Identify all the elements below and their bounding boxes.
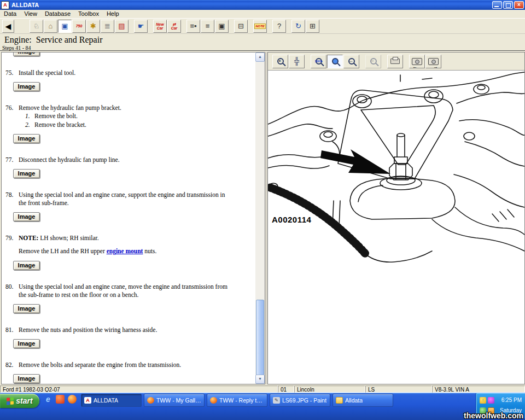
zoom-out-icon: − (365, 55, 381, 68)
print-icon[interactable]: ⊟ (234, 20, 248, 33)
pan-icon[interactable]: ╬ (289, 55, 305, 68)
image-button[interactable]: Image (13, 304, 40, 313)
zoom-width-icon[interactable]: ↔ (343, 55, 359, 68)
zoom-100-icon[interactable]: 100% (311, 55, 326, 68)
image-button[interactable]: Image (13, 212, 40, 221)
print-figure-icon[interactable] (387, 55, 403, 68)
notes-icon[interactable]: ≣ (101, 20, 114, 33)
alldata-app-icon: A (1, 1, 9, 9)
windows-logo-icon (7, 397, 14, 405)
note-label: NOTE: (19, 235, 38, 241)
alldata-window: A ALLDATA × Data View Database Toolbox H… (0, 0, 525, 420)
scroll-thumb[interactable] (256, 300, 264, 375)
substep: 2.Remove the bracket. (25, 121, 233, 129)
image-button[interactable]: Image (13, 82, 40, 91)
note-icon[interactable]: NOTE (253, 20, 267, 33)
step-text: Using the special tool and an engine cra… (19, 283, 233, 299)
figure-view-icon[interactable]: ▣ (215, 20, 229, 33)
parts-icon[interactable]: ▤ (115, 20, 129, 33)
menu-toolbox[interactable]: Toolbox (74, 10, 103, 18)
image-button[interactable]: Image (13, 339, 40, 348)
figure-id-label: A0020114 (272, 215, 311, 224)
back-button[interactable]: ◀ (2, 20, 14, 33)
menu-bar: Data View Database Toolbox Help (0, 10, 525, 19)
step-text: Disconnect the hydraulic fan pump line. (19, 156, 233, 164)
step-text: Remove the hydraulic fan pump bracket. 1… (19, 104, 233, 129)
step-text: Remove the bolts and separate the engine… (19, 361, 233, 369)
image-button[interactable]: Image (13, 52, 40, 56)
task-tww-reply[interactable]: TWW - Reply to Topic... (207, 394, 267, 407)
steps-scroll-area[interactable]: Image 75. Install the special tool. Imag… (2, 52, 255, 384)
change-car-icon[interactable]: ⇄ Car (167, 20, 181, 33)
step-number: 77. (2, 156, 19, 164)
clock: 6:25 PM (501, 397, 523, 403)
help-icon[interactable]: ? (272, 20, 286, 33)
step-82: 82. Remove the bolts and separate the en… (2, 353, 255, 369)
step-79: 79. NOTE: LH shown; RH similar. Remove t… (2, 226, 255, 255)
restore-button[interactable] (503, 1, 513, 9)
image-button[interactable]: Image (13, 134, 40, 143)
step-81: 81. Remove the nuts and position the wir… (2, 318, 255, 334)
new-car-icon[interactable]: New Car (153, 20, 167, 33)
steps-range: Steps 41 - 84 (2, 45, 31, 51)
folder-task-icon (336, 397, 343, 404)
task-alldata[interactable]: AALLDATA (81, 394, 142, 407)
substep: 1.Remove the bolt. (25, 112, 233, 120)
labor-icon[interactable]: ☛ (134, 20, 148, 33)
quick-launch: e (44, 395, 77, 404)
title-bar[interactable]: A ALLDATA × (0, 0, 525, 10)
windows-taskbar: start e AALLDATA TWW - My Gallery - M...… (0, 393, 525, 420)
menu-view[interactable]: View (20, 10, 41, 18)
status-engine: V8-3.9L VIN A (432, 386, 525, 393)
text-and-figure-view-icon[interactable]: ≡▪ (186, 20, 200, 33)
internet-explorer-icon[interactable]: e (44, 395, 52, 404)
firefox-icon[interactable] (68, 395, 77, 404)
zoom-fit-icon[interactable] (327, 55, 343, 68)
search-icon[interactable]: ♘ (30, 20, 43, 33)
step-76: 76. Remove the hydraulic fan pump bracke… (2, 96, 255, 129)
watermark: thewolfweb.com (464, 411, 523, 420)
step-text: Remove the nuts and position the wiring … (19, 326, 233, 334)
close-button[interactable]: × (514, 1, 524, 9)
article-header: Engine: Service and Repair Steps 41 - 84 (0, 34, 525, 51)
step-77: 77. Disconnect the hydraulic fan pump li… (2, 148, 255, 164)
step-text: Using the special tool and an engine cra… (19, 191, 233, 207)
image-button[interactable]: Image (13, 261, 40, 270)
history-icon[interactable]: ↻ (291, 20, 305, 33)
status-make: Lincoln (294, 386, 365, 393)
fax-icon[interactable]: ⊞ (306, 20, 319, 33)
step-number: 81. (2, 326, 19, 334)
task-paint[interactable]: ✎LS69.JPG - Paint (270, 394, 330, 407)
next-figure-icon[interactable]: → (425, 55, 441, 68)
quick-launch-app-icon[interactable] (56, 395, 65, 404)
menu-data[interactable]: Data (0, 10, 20, 18)
task-alldata-folder[interactable]: Alldata (332, 394, 393, 407)
step-80: 80. Using the special tool and an engine… (2, 275, 255, 299)
minimize-button[interactable] (492, 1, 502, 9)
text-view-icon[interactable]: ≡ (201, 20, 214, 33)
image-button[interactable]: Image (13, 169, 40, 178)
scroll-up-arrow[interactable]: ▲ (255, 52, 265, 62)
image-button[interactable]: Image (13, 374, 40, 383)
tray-app-icon[interactable] (488, 397, 494, 404)
engine-mount-link[interactable]: engine mount (107, 248, 143, 254)
step-75: 75. Install the special tool. (2, 61, 255, 77)
step-number: 78. (2, 191, 19, 207)
tsb-icon[interactable]: 750 (72, 20, 86, 33)
menu-database[interactable]: Database (41, 10, 74, 18)
engine-figure: A0020114 (268, 71, 524, 384)
previous-figure-icon[interactable]: ← (409, 55, 425, 68)
shop-icon[interactable]: ⌂ (44, 20, 57, 33)
step-text: Install the special tool. (19, 69, 233, 77)
menu-help[interactable]: Help (103, 10, 123, 18)
zoom-in-icon[interactable]: + (272, 55, 288, 68)
scroll-down-arrow[interactable]: ▼ (255, 375, 265, 384)
repair-information-icon[interactable]: ▣ (58, 20, 72, 33)
security-shield-icon[interactable]: ! (480, 397, 486, 404)
vertical-scrollbar[interactable]: ▲ ▼ (255, 52, 265, 384)
window-title: ALLDATA (11, 2, 39, 8)
task-tww-gallery[interactable]: TWW - My Gallery - M... (144, 394, 205, 407)
maintenance-icon[interactable]: ✱ (86, 20, 100, 33)
task-buttons: AALLDATA TWW - My Gallery - M... TWW - R… (81, 394, 393, 407)
start-button[interactable]: start (0, 394, 39, 408)
